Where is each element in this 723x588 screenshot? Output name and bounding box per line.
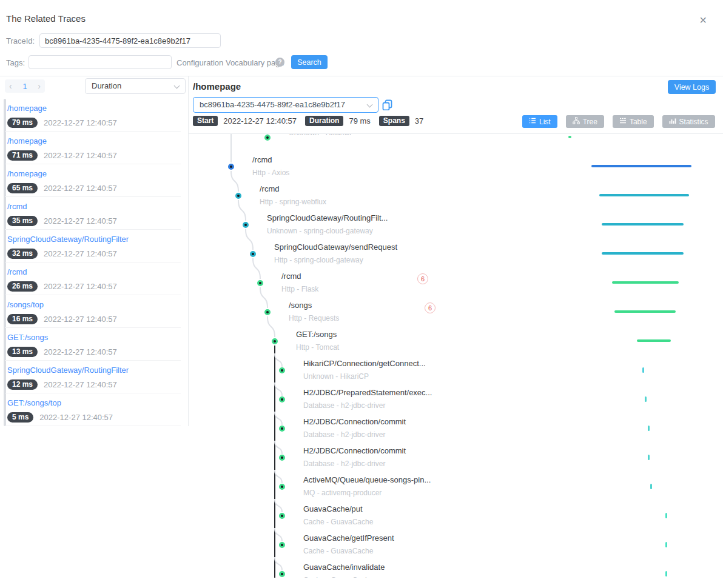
ref-count-badge[interactable]: 6	[417, 273, 428, 284]
trace-id-select-value: bc8961ba-4235-4475-89f2-ea1c8e9b2f17	[200, 100, 345, 109]
span-name[interactable]: H2/JDBC/Connection/commit	[303, 416, 406, 427]
span-name[interactable]: /rcmd	[260, 184, 326, 195]
trace-duration-badge: 35 ms	[7, 216, 38, 226]
trace-duration-badge: 26 ms	[7, 281, 38, 292]
statistics-icon	[669, 117, 676, 126]
trace-list-item[interactable]: SpringCloudGateway/RoutingFilter 32 ms 2…	[5, 230, 181, 262]
trace-endpoint-link[interactable]: GET:/songs	[7, 333, 181, 342]
trace-endpoint-link[interactable]: SpringCloudGateway/RoutingFilter	[7, 366, 181, 375]
duration-bar	[665, 571, 667, 576]
span-row[interactable]: H2/JDBC/Connection/commit Database - h2-…	[188, 416, 723, 443]
span-name[interactable]: H2/JDBC/Connection/commit	[303, 446, 406, 456]
span-name[interactable]: GuavaCache/getIfPresent	[303, 533, 394, 544]
duration-bar	[665, 513, 667, 518]
trace-list-item[interactable]: /homepage 79 ms 2022-12-27 12:40:57	[5, 99, 181, 132]
span-row[interactable]: Unknown - HikariCP	[188, 133, 723, 152]
trace-list-item[interactable]: GET:/songs/top 5 ms 2022-12-27 12:40:57	[5, 393, 181, 426]
close-icon[interactable]: ✕	[699, 15, 707, 26]
span-row[interactable]: /songs Http - Requests 6	[188, 300, 723, 327]
current-page[interactable]: 1	[22, 82, 27, 91]
header-divider	[0, 76, 723, 76]
trace-duration-badge: 16 ms	[7, 314, 38, 324]
tab-table[interactable]: Table	[613, 115, 654, 128]
span-row[interactable]: H2/JDBC/Connection/commit Database - h2-…	[188, 446, 723, 472]
span-name[interactable]: GET:/songs	[296, 329, 339, 340]
span-row[interactable]: ActiveMQ/Queue/queue-songs-pin... MQ - a…	[188, 475, 723, 501]
spans-value: 37	[415, 116, 423, 125]
trace-endpoint-link[interactable]: GET:/songs/top	[7, 398, 181, 408]
trace-timestamp: 2022-12-27 12:40:57	[44, 216, 117, 226]
trace-timestamp: 2022-12-27 12:40:57	[44, 118, 117, 127]
trace-endpoint-link[interactable]: /homepage	[7, 104, 181, 113]
prev-page-icon[interactable]: ‹	[9, 80, 12, 92]
tab-list[interactable]: List	[522, 115, 557, 128]
sort-select[interactable]: Duration	[85, 78, 186, 94]
span-status-dot	[228, 164, 234, 170]
span-name[interactable]: GuavaCache/put	[303, 504, 373, 515]
trace-list-item[interactable]: /homepage 71 ms 2022-12-27 12:40:57	[5, 132, 181, 164]
tags-input[interactable]	[29, 55, 172, 69]
span-row[interactable]: /rcmd Http - Axios	[188, 155, 723, 181]
trace-list-item[interactable]: /rcmd 26 ms 2022-12-27 12:40:57	[5, 262, 181, 295]
trace-endpoint-link[interactable]: SpringCloudGateway/RoutingFilter	[7, 235, 181, 244]
trace-duration-badge: 71 ms	[7, 150, 38, 161]
trace-id-select[interactable]: bc8961ba-4235-4475-89f2-ea1c8e9b2f17	[193, 97, 378, 113]
trace-timestamp: 2022-12-27 12:40:57	[44, 380, 117, 389]
duration-bar	[591, 165, 691, 167]
trace-meta-row: Start 2022-12-27 12:40:57 Duration 79 ms…	[193, 115, 432, 126]
modal-title: The Related Traces	[6, 13, 86, 24]
span-row[interactable]: H2/JDBC/PreparedStatement/exec... Databa…	[188, 387, 723, 414]
span-name[interactable]: /songs	[289, 300, 339, 311]
span-row[interactable]: GuavaCache/invalidate Cache - GuavaCache	[188, 562, 723, 578]
span-service: Database - h2-jdbc-driver	[303, 459, 406, 469]
copy-icon[interactable]	[382, 99, 393, 110]
ref-count-badge[interactable]: 6	[425, 302, 435, 313]
view-logs-button[interactable]: View Logs	[668, 80, 716, 94]
span-row[interactable]: GuavaCache/getIfPresent Cache - GuavaCac…	[188, 533, 723, 560]
tab-statistics[interactable]: Statistics	[662, 115, 715, 128]
trace-list-item[interactable]: GET:/songs 13 ms 2022-12-27 12:40:57	[5, 328, 181, 361]
trace-endpoint-link[interactable]: /homepage	[7, 136, 181, 146]
span-row[interactable]: SpringCloudGateway/sendRequest Http - sp…	[188, 242, 723, 269]
trace-list-item[interactable]: /homepage 65 ms 2022-12-27 12:40:57	[5, 164, 181, 197]
trace-duration-badge: 12 ms	[7, 379, 38, 390]
next-page-icon[interactable]: ›	[38, 80, 41, 92]
trace-endpoint-link[interactable]: /songs/top	[7, 300, 181, 310]
span-row[interactable]: GET:/songs Http - Tomcat	[188, 329, 723, 356]
trace-list-item[interactable]: /rcmd 35 ms 2022-12-27 12:40:57	[5, 197, 181, 230]
span-row[interactable]: HikariCP/Connection/getConnect... Unknow…	[188, 358, 723, 385]
span-row[interactable]: SpringCloudGateway/RoutingFilt... Unknow…	[188, 213, 723, 239]
sort-select-value: Duration	[92, 81, 121, 90]
span-service: Cache - GuavaCache	[303, 517, 373, 527]
trace-duration-badge: 5 ms	[7, 412, 33, 423]
trace-id-input[interactable]	[39, 33, 221, 48]
search-button[interactable]: Search	[291, 55, 328, 69]
span-row[interactable]: /rcmd Http - Flask 6	[188, 271, 723, 298]
span-name[interactable]: HikariCP/Connection/getConnect...	[303, 358, 426, 369]
span-row[interactable]: GuavaCache/put Cache - GuavaCache	[188, 504, 723, 530]
span-name[interactable]: SpringCloudGateway/sendRequest	[274, 242, 397, 253]
list-icon	[529, 117, 536, 126]
help-icon[interactable]: ?	[275, 58, 284, 67]
vocabulary-page-link[interactable]: Configuration Vocabulary page	[177, 58, 284, 67]
span-service: Database - h2-jdbc-driver	[303, 430, 406, 439]
trace-list-item[interactable]: /songs/top 16 ms 2022-12-27 12:40:57	[5, 295, 181, 328]
span-status-dot	[272, 338, 278, 344]
span-service: Http - Flask	[281, 284, 318, 294]
span-name[interactable]: /rcmd	[281, 271, 318, 282]
span-name[interactable]: SpringCloudGateway/RoutingFilt...	[267, 213, 388, 224]
duration-bar	[665, 542, 667, 547]
trace-endpoint-link[interactable]: /rcmd	[7, 202, 181, 212]
trace-endpoint-link[interactable]: /homepage	[7, 169, 181, 179]
span-service: Http - Tomcat	[296, 342, 339, 352]
span-name[interactable]: GuavaCache/invalidate	[303, 562, 385, 573]
span-name[interactable]: /rcmd	[252, 155, 289, 165]
span-row[interactable]: /rcmd Http - spring-webflux	[188, 184, 723, 210]
span-status-dot	[279, 396, 285, 403]
span-name[interactable]: ActiveMQ/Queue/queue-songs-pin...	[303, 475, 431, 486]
tab-tree[interactable]: Tree	[566, 115, 604, 128]
trace-endpoint-link[interactable]: /rcmd	[7, 267, 181, 277]
trace-list-item[interactable]: SpringCloudGateway/RoutingFilter 12 ms 2…	[5, 361, 181, 393]
span-name[interactable]: H2/JDBC/PreparedStatement/exec...	[303, 387, 432, 398]
span-status-dot	[279, 484, 285, 490]
